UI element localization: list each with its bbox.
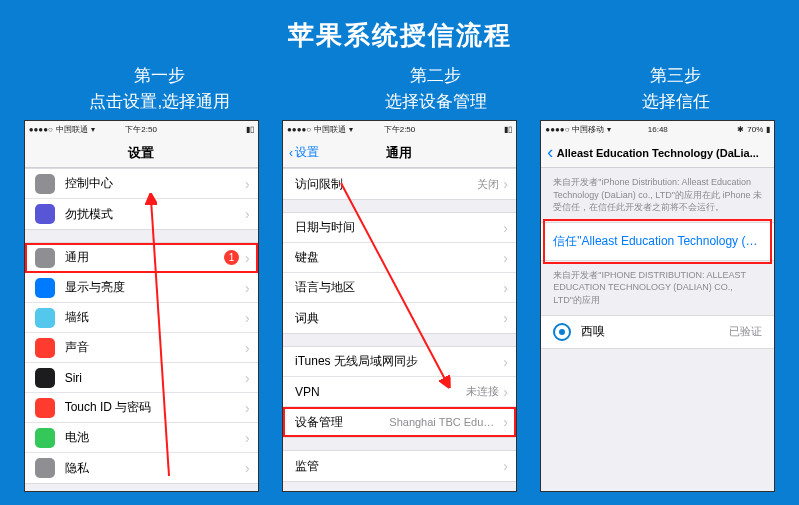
status-bar: ●●●●○中国移动▾ 16:48 ✱70%▮: [541, 121, 774, 138]
phone-step-2: ●●●●○中国联通▾ 下午2:50 ▮▯ ‹ 设置 通用 访问限制关闭› 日期与…: [282, 120, 517, 492]
row-label: 语言与地区: [295, 279, 503, 296]
row-label: VPN: [295, 385, 466, 399]
row-label: 日期与时间: [295, 219, 503, 236]
phone-step-3: ●●●●○中国移动▾ 16:48 ✱70%▮ ‹ Alleast Educati…: [540, 120, 775, 492]
step-sub: 选择设备管理: [385, 89, 487, 115]
row-icon: [35, 398, 55, 418]
battery-icon: ▮▯: [504, 125, 512, 134]
step-num: 第一步: [89, 63, 230, 89]
chevron-right-icon: ›: [503, 280, 508, 296]
step-3-header: 第三步 选择信任: [642, 63, 710, 114]
row-icon: [35, 428, 55, 448]
status-bar: ●●●●○中国联通▾ 下午2:50 ▮▯: [25, 121, 258, 138]
chevron-right-icon: ›: [245, 460, 250, 476]
list-item[interactable]: 日期与时间›: [283, 213, 516, 243]
list-item[interactable]: 设备管理Shanghai TBC Education Dev...›: [283, 407, 516, 437]
app-row[interactable]: 西嗅 已验证: [541, 315, 774, 349]
list-item[interactable]: 隐私›: [25, 453, 258, 483]
battery-text: 70%: [747, 125, 763, 134]
status-bar: ●●●●○中国联通▾ 下午2:50 ▮▯: [283, 121, 516, 138]
list-item[interactable]: 监管›: [283, 451, 516, 481]
trust-description-2: 来自开发者"IPHONE DISTRIBUTION: ALLEAST EDUCA…: [541, 261, 774, 315]
chevron-right-icon: ›: [245, 400, 250, 416]
list-item[interactable]: VPN未连接›: [283, 377, 516, 407]
list-item[interactable]: 语言与地区›: [283, 273, 516, 303]
back-button[interactable]: ‹ 设置: [289, 138, 319, 167]
row-label: 词典: [295, 310, 503, 327]
signal-icon: ●●●●○: [29, 125, 53, 134]
row-label: 通用: [65, 249, 224, 266]
row-label: iTunes 无线局域网同步: [295, 353, 503, 370]
step-sub: 点击设置,选择通用: [89, 89, 230, 115]
row-label: Siri: [65, 371, 245, 385]
row-icon: [35, 248, 55, 268]
step-sub: 选择信任: [642, 89, 710, 115]
step-headers: 第一步 点击设置,选择通用 第二步 选择设备管理 第三步 选择信任: [0, 53, 799, 114]
chevron-right-icon: ›: [503, 458, 508, 474]
step-1-header: 第一步 点击设置,选择通用: [89, 63, 230, 114]
back-label: 设置: [295, 144, 319, 161]
row-icon: [35, 458, 55, 478]
app-verified-status: 已验证: [729, 324, 762, 339]
row-value: Shanghai TBC Education Dev...: [389, 416, 499, 428]
list-item[interactable]: 访问限制关闭›: [283, 169, 516, 199]
nav-bar: 设置: [25, 138, 258, 168]
signal-icon: ●●●●○: [287, 125, 311, 134]
carrier: 中国联通: [56, 124, 88, 135]
chevron-right-icon: ›: [503, 310, 508, 326]
nav-title: 设置: [128, 144, 154, 162]
wifi-icon: ▾: [607, 125, 611, 134]
list-item[interactable]: 显示与亮度›: [25, 273, 258, 303]
trust-description-1: 来自开发者"iPhone Distribution: Alleast Educa…: [541, 168, 774, 222]
list-item[interactable]: 键盘›: [283, 243, 516, 273]
list-item[interactable]: 勿扰模式›: [25, 199, 258, 229]
chevron-left-icon: ‹: [547, 142, 553, 163]
nav-bar: ‹ 设置 通用: [283, 138, 516, 168]
step-num: 第三步: [642, 63, 710, 89]
list-item[interactable]: 声音›: [25, 333, 258, 363]
row-icon: [35, 368, 55, 388]
signal-icon: ●●●●○: [545, 125, 569, 134]
nav-title: Alleast Education Technology (DaLia...: [557, 147, 759, 159]
row-icon: [35, 338, 55, 358]
chevron-right-icon: ›: [503, 384, 508, 400]
chevron-right-icon: ›: [245, 340, 250, 356]
row-icon: [35, 278, 55, 298]
list-item[interactable]: 词典›: [283, 303, 516, 333]
list-item[interactable]: Siri›: [25, 363, 258, 393]
chevron-right-icon: ›: [245, 206, 250, 222]
list-item[interactable]: iTunes 无线局域网同步›: [283, 347, 516, 377]
battery-icon: ▮▯: [246, 125, 254, 134]
row-icon: [35, 308, 55, 328]
phone-step-1: ●●●●○中国联通▾ 下午2:50 ▮▯ 设置 控制中心›勿扰模式› 通用1›显…: [24, 120, 259, 492]
chevron-right-icon: ›: [245, 370, 250, 386]
row-label: 控制中心: [65, 175, 245, 192]
chevron-right-icon: ›: [503, 414, 508, 430]
row-label: 显示与亮度: [65, 279, 245, 296]
carrier: 中国移动: [572, 124, 604, 135]
chevron-right-icon: ›: [503, 250, 508, 266]
step-2-header: 第二步 选择设备管理: [385, 63, 487, 114]
wifi-icon: ▾: [91, 125, 95, 134]
trust-developer-button[interactable]: 信任"Alleast Education Technology (D...: [541, 222, 774, 261]
chevron-right-icon: ›: [503, 354, 508, 370]
row-label: Touch ID 与密码: [65, 399, 245, 416]
row-label: 设备管理: [295, 414, 389, 431]
row-icon: [35, 174, 55, 194]
row-label: 键盘: [295, 249, 503, 266]
list-item[interactable]: Touch ID 与密码›: [25, 393, 258, 423]
list-item[interactable]: 通用1›: [25, 243, 258, 273]
chevron-right-icon: ›: [245, 430, 250, 446]
list-item[interactable]: 控制中心›: [25, 169, 258, 199]
back-button[interactable]: ‹: [547, 138, 553, 167]
chevron-right-icon: ›: [245, 310, 250, 326]
chevron-right-icon: ›: [245, 176, 250, 192]
chevron-right-icon: ›: [245, 250, 250, 266]
list-item[interactable]: 墙纸›: [25, 303, 258, 333]
list-item[interactable]: 电池›: [25, 423, 258, 453]
chevron-left-icon: ‹: [289, 146, 293, 160]
nav-bar: ‹ Alleast Education Technology (DaLia...: [541, 138, 774, 168]
wifi-icon: ▾: [349, 125, 353, 134]
app-name: 西嗅: [581, 323, 605, 340]
chevron-right-icon: ›: [503, 176, 508, 192]
